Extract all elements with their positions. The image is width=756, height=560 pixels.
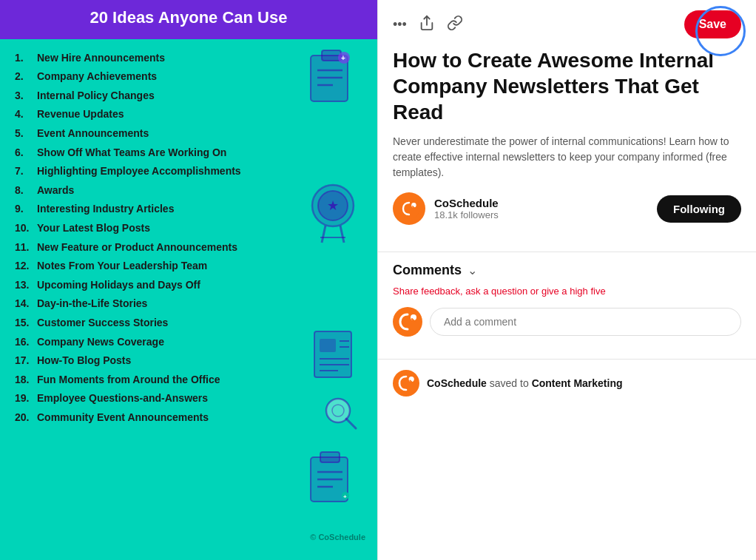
author-avatar xyxy=(393,192,425,225)
decorative-icons: + ★ xyxy=(303,39,362,547)
saved-action: saved to xyxy=(490,377,532,389)
svg-line-10 xyxy=(322,226,325,243)
svg-rect-24 xyxy=(320,452,340,462)
idea-number: 9. xyxy=(15,202,37,217)
ideas-content: + ★ xyxy=(0,39,377,547)
idea-number: 12. xyxy=(15,259,37,274)
watermark: © CoSchedule xyxy=(310,533,365,542)
toolbar-actions: ••• xyxy=(393,15,463,35)
idea-number: 1. xyxy=(15,51,37,66)
idea-number: 20. xyxy=(15,411,37,425)
author-info: CoSchedule 18.1k followers xyxy=(434,197,648,220)
svg-line-11 xyxy=(340,226,344,243)
saved-section: CoSchedule saved to Content Marketing xyxy=(378,359,756,407)
idea-number: 8. xyxy=(15,183,37,198)
clipboard-bottom-icon: + xyxy=(307,450,355,508)
idea-text: Event Announcements xyxy=(37,126,149,141)
more-icon[interactable]: ••• xyxy=(393,17,407,33)
idea-number: 19. xyxy=(15,391,37,406)
idea-number: 18. xyxy=(15,373,37,388)
comment-input[interactable] xyxy=(430,308,741,336)
idea-text: Day-in-the-Life Stories xyxy=(37,297,147,311)
idea-number: 3. xyxy=(15,89,37,104)
idea-number: 4. xyxy=(15,107,37,122)
idea-text: New Hire Announcements xyxy=(37,51,165,66)
share-icon[interactable] xyxy=(419,15,435,35)
comments-title: Comments xyxy=(393,263,462,278)
comments-section: Comments ⌄ Share feedback, ask a questio… xyxy=(378,252,756,359)
svg-point-31 xyxy=(399,198,420,220)
svg-text:★: ★ xyxy=(327,198,339,213)
idea-text: Company Achievements xyxy=(37,70,157,84)
idea-text: Internal Policy Changes xyxy=(37,89,155,104)
comment-input-row xyxy=(393,307,741,337)
idea-number: 15. xyxy=(15,316,37,331)
clipboard-icon: + xyxy=(307,47,355,109)
idea-number: 16. xyxy=(15,335,37,350)
idea-text: Your Latest Blog Posts xyxy=(37,221,150,236)
idea-text: New Feature or Product Announcements xyxy=(37,240,237,255)
idea-number: 7. xyxy=(15,164,37,179)
idea-number: 17. xyxy=(15,354,37,368)
idea-text: Company News Coverage xyxy=(37,335,164,350)
author-section: CoSchedule 18.1k followers Following xyxy=(393,192,741,225)
idea-text: How-To Blog Posts xyxy=(37,354,131,368)
svg-line-21 xyxy=(346,419,356,428)
idea-number: 13. xyxy=(15,278,37,293)
article-title: How to Create Awesome Internal Company N… xyxy=(393,47,741,125)
article-body: How to Create Awesome Internal Company N… xyxy=(378,44,756,252)
idea-number: 5. xyxy=(15,126,37,141)
comments-chevron-icon[interactable]: ⌄ xyxy=(468,263,477,277)
svg-point-33 xyxy=(394,308,421,335)
author-followers: 18.1k followers xyxy=(434,209,648,220)
idea-text: Notes From Your Leadership Team xyxy=(37,259,207,274)
idea-number: 6. xyxy=(15,146,37,161)
panel-title: 20 Ideas Anyone Can Use xyxy=(12,7,365,29)
saved-text: CoSchedule saved to Content Marketing xyxy=(427,377,623,389)
right-panel: ••• Save How to Create Awesome Internal xyxy=(377,0,756,560)
idea-text: Interesting Industry Articles xyxy=(37,202,174,217)
svg-text:+: + xyxy=(343,493,347,500)
idea-number: 2. xyxy=(15,70,37,84)
comment-user-avatar xyxy=(393,307,422,337)
idea-text: Awards xyxy=(37,183,74,198)
saved-actor: CoSchedule xyxy=(427,377,487,389)
save-button[interactable]: Save xyxy=(684,10,741,38)
idea-text: Upcoming Holidays and Days Off xyxy=(37,278,200,293)
idea-number: 14. xyxy=(15,297,37,311)
svg-rect-1 xyxy=(322,50,341,61)
toolbar: ••• Save xyxy=(378,0,756,44)
idea-text: Highlighting Employee Accomplishments xyxy=(37,164,241,179)
svg-rect-14 xyxy=(320,339,336,352)
author-name: CoSchedule xyxy=(434,197,648,209)
saved-board: Content Marketing xyxy=(532,377,623,389)
idea-text: Revenue Updates xyxy=(37,107,124,122)
save-button-wrapper: Save xyxy=(684,10,741,38)
comments-header: Comments ⌄ xyxy=(393,263,741,278)
idea-text: Show Off What Teams Are Working On xyxy=(37,146,226,161)
idea-text: Employee Questions-and-Answers xyxy=(37,391,208,406)
idea-text: Fun Moments from Around the Office xyxy=(37,373,220,388)
article-description: Never underestimate the power of interna… xyxy=(393,134,741,181)
award-icon: ★ xyxy=(307,180,359,249)
left-panel: 20 Ideas Anyone Can Use + xyxy=(0,0,377,560)
panel-header: 20 Ideas Anyone Can Use xyxy=(0,0,377,39)
idea-number: 10. xyxy=(15,221,37,236)
idea-text: Community Event Announcements xyxy=(37,411,209,425)
idea-text: Customer Success Stories xyxy=(37,316,168,331)
svg-text:+: + xyxy=(341,54,345,62)
comments-prompt: Share feedback, ask a question or give a… xyxy=(393,286,741,297)
link-icon[interactable] xyxy=(447,15,463,35)
saved-author-avatar xyxy=(393,370,419,397)
following-button[interactable]: Following xyxy=(657,195,741,223)
idea-number: 11. xyxy=(15,240,37,255)
search-lens-icon xyxy=(322,394,359,434)
newspaper-icon xyxy=(308,328,357,386)
svg-point-35 xyxy=(394,371,418,395)
